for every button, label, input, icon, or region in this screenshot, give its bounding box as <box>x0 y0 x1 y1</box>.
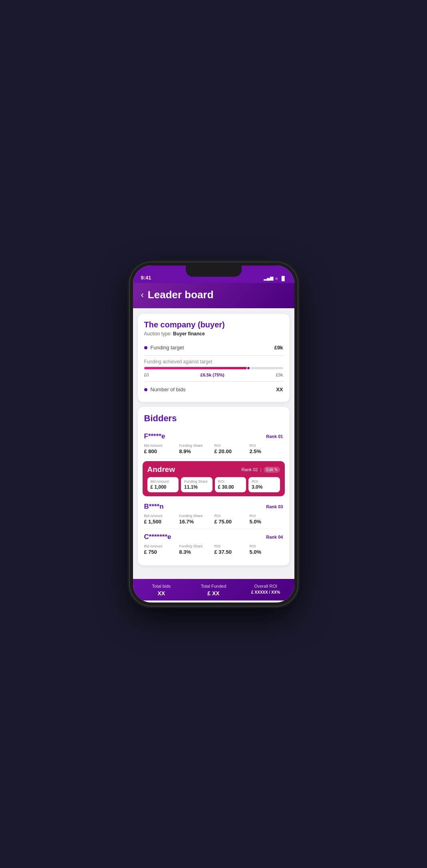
stat-value: £ 1,500 <box>144 519 161 525</box>
edit-badge[interactable]: Edit ✎ <box>264 467 280 473</box>
total-bids-value: XX <box>157 590 165 597</box>
highlighted-stat-box: ROI £ 30.00 <box>215 477 246 492</box>
stat-box: ROI 5.0% <box>250 514 283 525</box>
wifi-icon: ⌾ <box>275 276 278 281</box>
bottom-total-bids: Total bids XX <box>136 584 187 597</box>
page-title: Leader board <box>148 289 214 301</box>
bidder-name-highlight: Andrew <box>147 465 175 474</box>
phone-screen: 9:41 ▂▄▆ ⌾ ▐▌ ‹ Leader board The company… <box>133 266 294 602</box>
funding-target-value: £9k <box>274 345 283 351</box>
bottom-bar: Total bids XX Total Funded £ XX Overall … <box>133 579 294 600</box>
overall-roi-label: Overall ROI <box>254 584 277 589</box>
notch <box>186 266 242 277</box>
auction-type: Auction type: Buyer finance <box>144 331 283 337</box>
progress-bar-fill <box>144 367 248 369</box>
bidder-name: B****n <box>144 503 164 511</box>
number-of-bids-value: XX <box>276 386 283 392</box>
bidders-title: Bidders <box>144 413 283 424</box>
status-icons: ▂▄▆ ⌾ ▐▌ <box>264 275 286 281</box>
highlighted-stats: Bid Amount £ 1,000 Funding Share 11.1% R… <box>147 477 280 492</box>
progress-bar <box>144 367 283 369</box>
bids-dot <box>144 388 147 391</box>
phone-device: 9:41 ▂▄▆ ⌾ ▐▌ ‹ Leader board The company… <box>130 262 298 606</box>
stat-label: Funding Share <box>184 480 209 484</box>
stat-label: ROI <box>250 514 256 518</box>
highlighted-stat-box: Funding Share 11.1% <box>181 477 213 492</box>
stat-value: 5.0% <box>250 549 262 555</box>
stat-value: 8.3% <box>179 549 191 555</box>
divider-2 <box>144 381 283 382</box>
bidder-row-highlighted: Andrew Rank 02 | Edit ✎ Bid Amount <box>143 461 285 496</box>
stat-box: ROI 2.5% <box>250 444 283 454</box>
stat-label: Funding Share <box>179 514 203 518</box>
total-funded-label: Total Funded <box>201 584 226 589</box>
stat-label: ROI <box>214 544 221 548</box>
auction-type-label: Auction type: <box>144 331 172 337</box>
stat-label: ROI <box>252 480 277 484</box>
stat-label: ROI <box>250 444 256 448</box>
bidder-rank-edit: Rank 02 | Edit ✎ <box>241 467 280 473</box>
stat-box: ROI 5.0% <box>250 544 283 555</box>
stat-value: £ 750 <box>144 549 157 555</box>
edit-label: Edit <box>266 468 273 472</box>
bidders-card: Bidders F*****e Rank 01 Bid Amount £ 800… <box>138 407 290 565</box>
bidder-row: C*******e Rank 04 Bid Amount £ 750 Fundi… <box>144 529 283 559</box>
stat-label: Bid Amount <box>144 444 163 448</box>
stat-box: ROI £ 20.00 <box>214 444 248 454</box>
stat-value: £ 30.00 <box>218 484 243 490</box>
stat-label: ROI <box>218 480 243 484</box>
stat-value: 3.0% <box>252 484 277 490</box>
bidder-rank-highlight: Rank 02 <box>241 467 258 472</box>
bidder-rank: Rank 01 <box>266 434 283 439</box>
bidder-row: F*****e Rank 01 Bid Amount £ 800 Funding… <box>144 428 283 459</box>
highlighted-stat-box: Bid Amount £ 1,000 <box>147 477 179 492</box>
total-bids-label: Total bids <box>152 584 171 589</box>
stat-box: Funding Share 8.3% <box>179 544 213 555</box>
stat-value: £ 800 <box>144 448 157 454</box>
stat-value: £ 75.00 <box>214 519 232 525</box>
bidder-name: C*******e <box>144 533 171 541</box>
bidder-stats: Bid Amount £ 750 Funding Share 8.3% ROI … <box>144 544 283 555</box>
progress-max: £9k <box>276 373 283 377</box>
stat-box: ROI £ 75.00 <box>214 514 248 525</box>
stat-value: £ 20.00 <box>214 448 232 454</box>
bidder-header: F*****e Rank 01 <box>144 432 283 440</box>
stat-label: ROI <box>250 544 256 548</box>
battery-icon: ▐▌ <box>280 276 286 281</box>
progress-mid: £6.5k (75%) <box>201 373 224 377</box>
edit-icon: ✎ <box>274 468 278 472</box>
back-button[interactable]: ‹ <box>141 290 144 300</box>
stat-value: £ 1,000 <box>151 484 176 490</box>
bidder-rank: Rank 03 <box>266 504 283 509</box>
status-time: 9:41 <box>141 275 151 281</box>
stat-box: Bid Amount £ 1,500 <box>144 514 178 525</box>
header: ‹ Leader board <box>133 283 294 308</box>
stat-value: 2.5% <box>250 448 262 454</box>
bidder-row: B****n Rank 03 Bid Amount £ 1,500 Fundin… <box>144 499 283 529</box>
number-of-bids-label: Number of bids <box>144 386 186 392</box>
stat-box: Funding Share 8.9% <box>179 444 213 454</box>
progress-min: £0 <box>144 373 149 377</box>
auction-type-value: Buyer finance <box>173 331 205 337</box>
highlighted-stat-box: ROI 3.0% <box>248 477 280 492</box>
stat-box: Bid Amount £ 800 <box>144 444 178 454</box>
stat-label: ROI <box>214 444 221 448</box>
bidder-rank: Rank 04 <box>266 535 283 539</box>
bottom-overall-roi: Overall ROI £ XXXXX / XX% <box>240 584 291 597</box>
stat-value: 5.0% <box>250 519 262 525</box>
stat-value: 8.9% <box>179 448 191 454</box>
stat-label: Bid Amount <box>151 480 176 484</box>
bidder-stats: Bid Amount £ 1,500 Funding Share 16.7% R… <box>144 514 283 525</box>
signal-icon: ▂▄▆ <box>264 275 273 281</box>
number-of-bids-row: Number of bids XX <box>144 383 283 396</box>
stat-value: 16.7% <box>179 519 194 525</box>
funding-dot <box>144 346 147 349</box>
bottom-total-funded: Total Funded £ XX <box>188 584 239 597</box>
funding-achieved-label: Funding achieved against target <box>144 359 283 365</box>
company-name: The company (buyer) <box>144 320 283 329</box>
stat-value: 11.1% <box>184 484 209 490</box>
funding-target-label: Funding target <box>144 345 184 351</box>
scroll-content[interactable]: The company (buyer) Auction type: Buyer … <box>133 308 294 579</box>
bidder-header: B****n Rank 03 <box>144 503 283 511</box>
overall-roi-value: £ XXXXX / XX% <box>251 590 280 595</box>
